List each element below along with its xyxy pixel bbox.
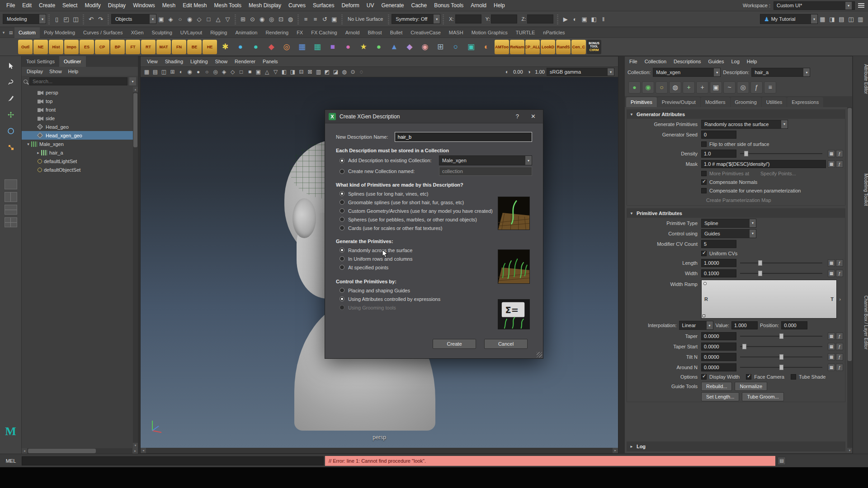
shelf-tab[interactable]: Poly Modeling (40, 27, 79, 38)
xgen-menu-item[interactable]: Help (743, 59, 761, 64)
density-slider[interactable] (740, 150, 822, 157)
guide-tool-button[interactable]: Tube Groom... (742, 392, 784, 401)
xgen-menu-item[interactable]: Collection (641, 59, 670, 64)
shelf-item-cpall[interactable]: CP_ALL (525, 40, 540, 54)
scroll-down-icon[interactable] (847, 448, 852, 453)
select-component-icon[interactable]: ○ (175, 14, 185, 24)
shelf-tab[interactable]: Rendering (261, 27, 292, 38)
xgen-tab[interactable]: Modifiers (701, 97, 730, 107)
menubar-item[interactable]: Create (35, 0, 59, 11)
xgen-tab[interactable]: Grooming (731, 97, 761, 107)
shelf-tab[interactable]: TURTLE (512, 27, 539, 38)
cancel-button[interactable]: Cancel (484, 339, 528, 349)
outliner-item[interactable]: top (22, 97, 133, 105)
resolution-gate-icon[interactable]: ◌ (357, 67, 366, 76)
shelf-tool-18[interactable]: ◐ (479, 40, 494, 54)
shelf-tool-5[interactable]: ◎ (279, 40, 294, 54)
single-pane-layout-button[interactable] (5, 179, 17, 189)
shelf-item-fn[interactable]: FN (172, 40, 186, 54)
attribute-value-input[interactable]: 0.0000 (701, 343, 736, 351)
compensate-uneven-checkbox[interactable] (701, 188, 707, 193)
grid-icon[interactable]: ◍ (340, 67, 349, 76)
control-method-radio-row[interactable]: Placing and shaping Guides (336, 286, 532, 295)
radio-icon[interactable] (340, 191, 344, 196)
attribute-slider[interactable] (740, 353, 822, 361)
guide-tool-button[interactable]: Rebuild... (701, 382, 732, 391)
radio-icon[interactable] (340, 225, 344, 230)
expression-icon[interactable]: ƒ (836, 259, 843, 267)
selection-mask-dropdown[interactable]: Objects (111, 14, 156, 24)
menubar-item[interactable]: Bonus Tools (430, 0, 467, 11)
expression-editor-icon[interactable]: ƒ (750, 81, 763, 94)
shelf-item-cp[interactable]: CP (95, 40, 109, 54)
new-collection-radio-row[interactable]: Create new Collection named: (336, 166, 532, 177)
shelf-item-rands[interactable]: RandS (556, 40, 571, 54)
attribute-value-input[interactable]: 0.0000 (701, 332, 736, 340)
outliner-menu-item[interactable]: Display (24, 69, 46, 74)
menubar-item[interactable]: Display (104, 0, 129, 11)
shelf-tool-10[interactable]: ★ (356, 40, 371, 54)
generator-attributes-header[interactable]: Generator Attributes (627, 110, 845, 119)
chevron-down-icon[interactable] (845, 2, 852, 9)
slider-handle[interactable] (742, 344, 746, 349)
shelf-tool-4[interactable]: ◆ (264, 40, 278, 54)
shelf-tool-16[interactable]: ○ (448, 40, 463, 54)
2d-pan-zoom-icon[interactable]: ◉ (185, 67, 194, 76)
scrollbar-thumb[interactable] (848, 108, 852, 361)
viewport-menu-item[interactable]: Panels (259, 59, 282, 64)
menubar-item[interactable]: Modify (81, 0, 104, 11)
shelf-item-bp[interactable]: BP (110, 40, 125, 54)
xgen-tab[interactable]: Preview/Output (657, 97, 700, 107)
xgen-tab[interactable]: Utilities (762, 97, 787, 107)
primitive-type-dropdown[interactable]: Spline (701, 219, 756, 228)
select-object-icon[interactable]: ◈ (166, 14, 175, 24)
expression-icon[interactable]: ƒ (836, 160, 843, 168)
outliner-item[interactable]: Male_xgen (22, 140, 133, 148)
grid-toggle-icon[interactable]: ▦ (818, 14, 827, 24)
shelf-tab[interactable]: MASH (445, 27, 467, 38)
mel-language-toggle[interactable]: MEL (0, 458, 22, 464)
modifier-cv-input[interactable]: 5 (701, 240, 736, 248)
open-scene-icon[interactable]: ◰ (61, 14, 71, 24)
tutorial-dropdown[interactable]: ♟ My Tutorial (760, 14, 818, 24)
expression-icon[interactable]: ƒ (836, 343, 843, 350)
use-all-lights-icon[interactable]: ◇ (228, 67, 237, 76)
radio-icon[interactable] (340, 217, 344, 222)
search-filter-icon[interactable] (129, 77, 136, 85)
attribute-slider[interactable] (740, 259, 822, 267)
shelf-item-be[interactable]: BE (187, 40, 202, 54)
outliner-toggle-icon[interactable]: ◨ (827, 14, 837, 24)
generate-primitives-dropdown[interactable]: Randomly across the surface (701, 120, 788, 129)
attribute-value-input[interactable]: 0.1000 (701, 269, 736, 277)
texture-map-icon[interactable]: ▦ (828, 150, 835, 157)
shelf-tab[interactable]: FX Caching (307, 27, 341, 38)
collection-dropdown[interactable]: Male_xgen (653, 68, 721, 77)
guide-tool-button[interactable]: Set Length... (701, 392, 739, 401)
motion-blur-icon[interactable]: ▣ (254, 67, 263, 76)
radio-icon[interactable] (340, 256, 344, 261)
select-hierarchy-icon[interactable]: ▣ (156, 14, 166, 24)
primitive-attributes-header[interactable]: Primitive Attributes (627, 209, 845, 218)
dialog-help-button[interactable]: ? (516, 113, 519, 120)
menubar-item[interactable]: Select (59, 0, 81, 11)
ramp-key-handle[interactable] (703, 314, 705, 317)
xgen-vertical-scrollbar[interactable] (847, 107, 852, 453)
chevron-down-icon[interactable] (714, 68, 720, 76)
lock-camera-icon[interactable]: ▤ (151, 67, 160, 76)
menubar-item[interactable]: Generate (377, 0, 407, 11)
shelf-tab[interactable]: Curves / Surfaces (79, 27, 127, 38)
scroll-right-icon[interactable] (613, 448, 618, 453)
chevron-down-icon[interactable] (803, 68, 810, 76)
shelf-tab[interactable]: Motion Graphics (467, 27, 512, 38)
view-transform-dropdown[interactable]: sRGB gamma (547, 68, 614, 76)
hypershade-icon[interactable]: ◧ (589, 14, 599, 24)
sidebar-vertical-tab[interactable]: Channel Box / Layer Editor (853, 291, 868, 354)
gamma-icon[interactable]: ▥ (314, 67, 323, 76)
scroll-down-icon[interactable] (133, 443, 138, 448)
sidebar-toggle-icon[interactable]: ▥ (856, 14, 865, 24)
ramp-expand-icon[interactable] (837, 280, 843, 319)
create-parameterization-map-button[interactable]: Create Parameterization Map (701, 196, 776, 205)
slider-handle[interactable] (779, 333, 783, 339)
shelf-tab[interactable]: Rigging (206, 27, 231, 38)
shelf-tool-13[interactable]: ◆ (402, 40, 417, 54)
